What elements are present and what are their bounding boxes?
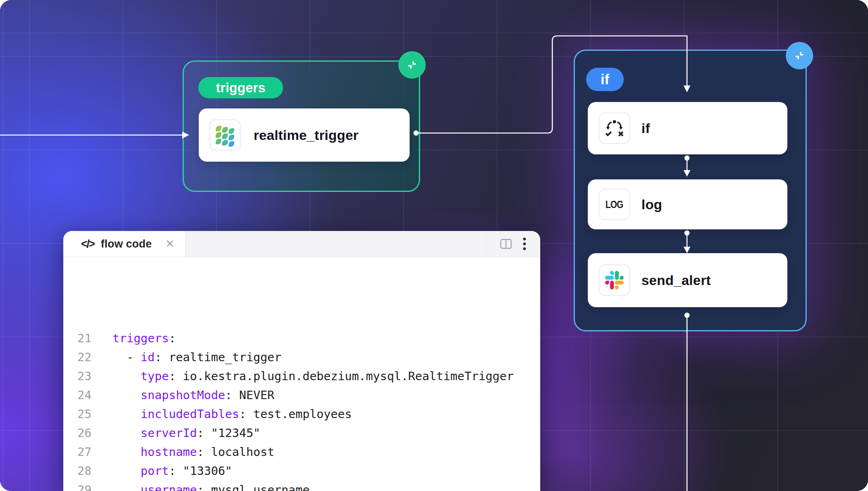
code-icon: </> — [81, 238, 94, 250]
code-text: port: "13306" — [112, 462, 232, 481]
line-number: 23 — [69, 367, 92, 386]
line-number: 27 — [69, 443, 92, 462]
tab-label: flow code — [101, 238, 152, 250]
task-icon-tile — [599, 264, 630, 296]
code-text: includedTables: test.employees — [112, 405, 352, 424]
task-icon-tile: LOG — [599, 189, 630, 220]
line-number: 25 — [69, 405, 92, 424]
line-number: 29 — [69, 481, 92, 491]
code-text: triggers: — [112, 329, 176, 348]
code-line: 25 includedTables: test.employees — [69, 405, 540, 424]
collapse-if-button[interactable] — [786, 42, 813, 69]
flow-code-panel: </> flow code ✕ 21 triggers: — [63, 231, 540, 491]
task-label: log — [641, 197, 662, 212]
split-view-icon[interactable] — [500, 239, 512, 249]
collapse-icon — [794, 50, 805, 61]
code-line: 23 type: io.kestra.plugin.debezium.mysql… — [69, 367, 540, 386]
code-line: 26 serverId: "12345" — [69, 424, 540, 443]
line-number: 26 — [69, 424, 92, 443]
yaml-code-editor[interactable]: 21 triggers: 22 - id: realtime_trigger 2… — [63, 257, 540, 491]
close-icon[interactable]: ✕ — [165, 237, 175, 250]
code-line: 29 username: mysql_username — [69, 481, 540, 491]
code-text: username: mysql_username — [112, 481, 310, 491]
editor-toolbar — [486, 231, 540, 257]
triggers-badge: triggers — [198, 77, 283, 98]
code-text: hostname: localhost — [112, 443, 275, 462]
collapse-icon — [406, 59, 418, 71]
task-label: send_alert — [641, 273, 711, 288]
task-card-realtime-trigger[interactable]: realtime_trigger — [199, 108, 410, 162]
line-number: 22 — [69, 348, 92, 367]
slack-icon — [605, 271, 624, 289]
code-text: serverId: "12345" — [112, 424, 260, 443]
code-line: 21 triggers: — [69, 329, 540, 348]
task-card-if[interactable]: if — [588, 102, 787, 154]
code-text: - id: realtime_trigger — [112, 348, 281, 367]
task-label: realtime_trigger — [254, 127, 358, 143]
code-text: snapshotMode: NEVER — [112, 386, 275, 405]
code-line: 28 port: "13306" — [69, 462, 540, 481]
line-number: 28 — [69, 462, 92, 481]
log-icon: LOG — [606, 198, 623, 211]
task-label: if — [641, 121, 650, 136]
code-line: 27 hostname: localhost — [69, 443, 540, 462]
editor-tab-bar: </> flow code ✕ — [63, 231, 540, 257]
task-card-log[interactable]: LOG log — [588, 179, 787, 229]
task-icon-tile — [599, 112, 630, 144]
kebab-menu-icon[interactable] — [522, 237, 527, 251]
debezium-grid-icon — [216, 126, 234, 144]
code-line: 22 - id: realtime_trigger — [69, 348, 540, 367]
line-number: 24 — [69, 386, 92, 405]
code-line: 24 snapshotMode: NEVER — [69, 386, 540, 405]
if-branch-icon — [605, 119, 624, 137]
if-group-node[interactable]: if if LOG log — [574, 50, 807, 331]
triggers-group-node[interactable]: triggers realtime_trigger — [183, 60, 420, 192]
line-number: 21 — [69, 329, 92, 348]
if-badge: if — [586, 68, 624, 91]
code-text: type: io.kestra.plugin.debezium.mysql.Re… — [112, 367, 514, 386]
task-card-send-alert[interactable]: send_alert — [588, 253, 787, 307]
tab-flow-code[interactable]: </> flow code ✕ — [63, 231, 185, 257]
collapse-triggers-button[interactable] — [398, 51, 426, 79]
kestra-topology-screen: triggers realtime_trigger if — [0, 0, 868, 491]
task-icon-tile — [209, 119, 241, 151]
